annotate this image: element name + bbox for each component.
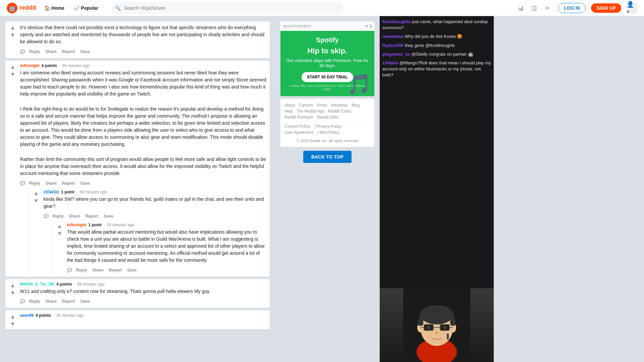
main-nav: 🏠 Home 📈 Popular [42, 4, 101, 12]
nav-popular[interactable]: 📈 Popular [71, 4, 101, 12]
points: 1 point [61, 190, 74, 194]
footer-user-agreement[interactable]: User Agreement [284, 130, 314, 135]
chat-message: pingamec_hs @Sledly congrats on partner … [382, 51, 491, 57]
reply-button[interactable]: Reply [51, 213, 65, 220]
share-button[interactable]: Share [91, 266, 105, 274]
reply-icon: 💬 [20, 299, 25, 304]
save-button[interactable]: Save [79, 48, 91, 55]
chat-username[interactable]: newanima [382, 34, 404, 39]
comment-text-2: I think the right thing to do would be t… [20, 106, 267, 148]
username[interactable]: zlOwOlz [44, 190, 59, 194]
messages-icon[interactable]: ✉ [542, 3, 553, 13]
report-button[interactable]: Report [84, 213, 100, 220]
save-button[interactable]: Save [79, 180, 91, 187]
reddit-icon: 🤖 [7, 3, 17, 13]
upvote-button[interactable]: ▲ [9, 24, 16, 32]
chat-username[interactable]: frostthoughts [382, 19, 411, 24]
username[interactable]: infininight [20, 63, 40, 68]
chat-text: @Sledly congrats on partner 🤖 [412, 52, 474, 57]
user-avatar[interactable]: 👤 ▾ [627, 3, 637, 13]
share-button[interactable]: Share [44, 298, 58, 305]
separator: · [104, 223, 105, 227]
back-to-top-button[interactable]: BACK TO TOP [303, 151, 352, 163]
spotify-figure: 🎵 [346, 72, 372, 96]
sidebar: ADVERTISEMENT ✕ ℹ Spotify Hip to skip. G… [275, 16, 380, 362]
vote-col: ▲ ▼ [8, 24, 17, 55]
header: 🤖 reddit 🏠 Home 📈 Popular 🔍 📊 📋 ✉ LOG IN… [0, 0, 644, 16]
spotify-cta-button[interactable]: START 30 DAY TRIAL [302, 72, 353, 82]
nav-home[interactable]: 🏠 Home [42, 4, 67, 12]
downvote-button[interactable]: ▼ [9, 71, 16, 78]
footer-reddit-premium[interactable]: Reddit Premium [284, 115, 313, 120]
save-button[interactable]: Save [102, 213, 114, 220]
footer-reddit-coins[interactable]: Reddit Coins [328, 109, 351, 114]
reply-icon: 💬 [67, 268, 72, 273]
upvote-button[interactable]: ▲ [9, 63, 16, 71]
upvote-button[interactable]: ▲ [9, 282, 16, 289]
comment-meta: aeee98 4 points · 26 minutes ago [20, 313, 267, 318]
downvote-button[interactable]: ▼ [9, 289, 16, 297]
vote-col: ▲ ▼ [8, 313, 17, 328]
search-bar: 🔍 [112, 2, 343, 14]
twitch-panel: frostthoughts just came, what happened a… [380, 16, 494, 362]
username[interactable]: aeee98 [20, 313, 34, 318]
comment-row: ▲ ▼ infininight 4 points · 59 minutes ag… [8, 63, 267, 274]
report-button[interactable]: Report [61, 298, 76, 305]
nav-popular-label: Popular [81, 5, 98, 11]
footer-content-policy[interactable]: Content Policy [284, 124, 310, 129]
downvote-button[interactable]: ▼ [56, 230, 63, 237]
search-input[interactable] [112, 2, 343, 14]
comment-content: infininight 4 points · 59 minutes ago I … [20, 63, 267, 274]
comment-content: infininight 1 point · 18 minutes ago Tha… [67, 223, 267, 274]
footer-advertise[interactable]: Advertise [331, 103, 348, 108]
downvote-button[interactable]: ▼ [33, 197, 40, 204]
footer-press[interactable]: Press [317, 103, 327, 108]
chat-username[interactable]: xAltaire [382, 60, 398, 65]
share-button[interactable]: Share [44, 48, 58, 55]
footer-reddit-gifts[interactable]: Reddit Gifts [317, 115, 338, 120]
chat-text: @Mango7Roll does that mean i should play… [382, 60, 491, 77]
timestamp: 26 minutes ago [56, 313, 84, 318]
twitch-chat[interactable]: frostthoughts just came, what happened a… [380, 16, 494, 288]
save-button[interactable]: Save [126, 266, 138, 274]
reply-button[interactable]: Reply [28, 298, 42, 305]
chat-message: newanima Why did you do this Korea 😡 [382, 34, 491, 40]
footer-careers[interactable]: Careers [299, 103, 313, 108]
reply-button[interactable]: Reply [75, 266, 89, 274]
save-button[interactable]: Save [79, 298, 91, 305]
reply-button[interactable]: Reply [28, 180, 42, 187]
chat-username[interactable]: HydraZNK [382, 43, 404, 48]
username[interactable]: infininight [67, 223, 87, 227]
trending-icon[interactable]: 📊 [515, 3, 526, 13]
report-button[interactable]: Report [61, 48, 76, 55]
spotify-ad: Spotify Hip to skip. Get unlimited skips… [280, 31, 374, 96]
footer-about[interactable]: About [284, 103, 295, 108]
username[interactable]: BRIAN_A_Tor_DK [20, 282, 54, 287]
footer-help[interactable]: Help [284, 109, 293, 114]
login-button[interactable]: LOG IN [558, 3, 586, 13]
comment-content: zlOwOlz 1 point · 36 minutes ago kinda l… [44, 190, 267, 274]
upvote-button[interactable]: ▲ [56, 223, 63, 230]
downvote-button[interactable]: ▼ [9, 32, 16, 39]
upvote-button[interactable]: ▲ [9, 313, 16, 320]
chat-username[interactable]: pingamec_hs [382, 52, 410, 57]
points: 4 points [56, 282, 72, 287]
timestamp: 36 minutes ago [79, 190, 107, 194]
ad-info-button[interactable]: ℹ [370, 23, 372, 29]
footer-blog[interactable]: Blog [352, 103, 360, 108]
signup-button[interactable]: SIGN UP [591, 3, 621, 13]
reddit-logo[interactable]: 🤖 reddit [7, 3, 36, 13]
share-button[interactable]: Share [44, 180, 58, 187]
reply-button[interactable]: Reply [28, 48, 42, 55]
upvote-button[interactable]: ▲ [33, 190, 40, 197]
separator: · [59, 63, 60, 68]
footer-mod-policy[interactable]: Mod Policy [320, 130, 339, 135]
report-button[interactable]: Report [108, 266, 123, 274]
footer-privacy[interactable]: Privacy Policy [316, 124, 341, 129]
report-button[interactable]: Report [61, 180, 76, 187]
downvote-button[interactable]: ▼ [9, 320, 16, 328]
stats-icon[interactable]: 📋 [529, 3, 539, 13]
share-button[interactable]: Share [67, 213, 81, 220]
close-ad-button[interactable]: ✕ [365, 23, 369, 29]
footer-reddit-app[interactable]: The Reddit App [297, 109, 324, 114]
